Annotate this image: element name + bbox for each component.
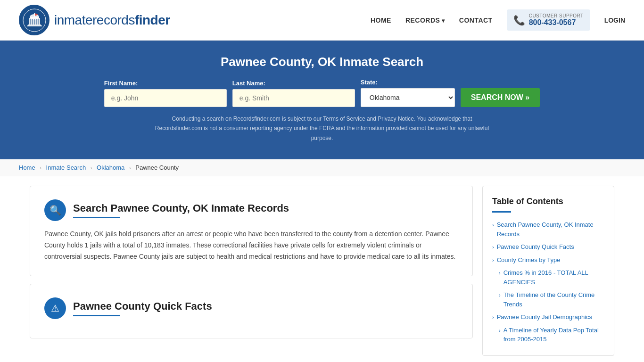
svg-rect-8 xyxy=(38,19,39,25)
toc-title: Table of Contents xyxy=(492,197,604,206)
cs-label: CUSTOMER SUPPORT xyxy=(529,13,584,18)
nav-login[interactable]: LOGIN xyxy=(604,16,625,24)
toc-chevron-icon: › xyxy=(492,256,494,264)
state-select[interactable]: AlabamaAlaskaArizonaArkansasCaliforniaCo… xyxy=(361,88,455,107)
svg-rect-10 xyxy=(27,25,42,26)
breadcrumb-state[interactable]: Oklahoma xyxy=(97,164,124,171)
breadcrumb-sep-2: › xyxy=(91,165,92,171)
hero-disclaimer: Conducting a search on Recordsfinder.com… xyxy=(152,114,492,143)
toc-item-label: The Timeline of the County Crime Trends xyxy=(504,290,604,309)
toc-list: ›Search Pawnee County, OK Inmate Records… xyxy=(492,219,604,345)
toc-chevron-icon: › xyxy=(499,269,501,277)
first-name-input[interactable] xyxy=(104,89,227,107)
toc-chevron-icon: › xyxy=(492,221,494,229)
customer-support-box: 📞 CUSTOMER SUPPORT 800-433-0567 xyxy=(507,9,590,31)
nav-records[interactable]: RECORDS xyxy=(405,16,445,24)
card1-title-underline xyxy=(73,217,120,218)
breadcrumb: Home › Inmate Search › Oklahoma › Pawnee… xyxy=(0,159,644,176)
last-name-group: Last Name: xyxy=(232,80,355,107)
svg-rect-5 xyxy=(32,19,33,25)
breadcrumb-inmate-search[interactable]: Inmate Search xyxy=(46,164,86,171)
last-name-label: Last Name: xyxy=(232,80,265,87)
breadcrumb-sep-1: › xyxy=(40,165,41,171)
hero-section: Pawnee County, OK Inmate Search First Na… xyxy=(0,41,644,159)
logo-icon xyxy=(19,5,50,35)
card1-title-block: Search Pawnee County, OK Inmate Records xyxy=(73,202,289,218)
card1-title: Search Pawnee County, OK Inmate Records xyxy=(73,202,289,214)
toc-item-label: Pawnee County Jail Demographics xyxy=(497,313,592,322)
logo-bold-text: finder xyxy=(135,13,170,27)
toc-item-label: County Crimes by Type xyxy=(497,255,561,265)
toc-item-label: Search Pawnee County, OK Inmate Records xyxy=(497,220,604,239)
state-group: State: AlabamaAlaskaArizonaArkansasCalif… xyxy=(361,79,455,107)
main-wrapper: 🔍 Search Pawnee County, OK Inmate Record… xyxy=(11,176,633,362)
card2-header: ⚠ Pawnee County Quick Facts xyxy=(44,297,458,319)
toc-item-label: Pawnee County Quick Facts xyxy=(497,242,574,252)
breadcrumb-current: Pawnee County xyxy=(135,164,179,171)
first-name-label: First Name: xyxy=(104,80,138,87)
svg-rect-6 xyxy=(34,19,35,25)
logo-area: inmaterecordsfinder xyxy=(19,5,170,35)
toc-item[interactable]: ›County Crimes by Type xyxy=(492,255,604,266)
nav-home[interactable]: HOME xyxy=(371,16,391,24)
card1-body: Pawnee County, OK jails hold prisoners a… xyxy=(44,229,458,262)
toc-item[interactable]: ›Crimes % in 2016 - TOTAL ALL AGENCIES xyxy=(492,267,604,288)
breadcrumb-sep-3: › xyxy=(129,165,131,171)
toc-card: Table of Contents ›Search Pawnee County,… xyxy=(482,186,614,356)
toc-chevron-icon: › xyxy=(499,291,501,299)
last-name-input[interactable] xyxy=(232,89,355,107)
toc-item[interactable]: ›Pawnee County Quick Facts xyxy=(492,241,604,253)
breadcrumb-home[interactable]: Home xyxy=(19,164,35,171)
hero-title: Pawnee County, OK Inmate Search xyxy=(19,55,625,69)
main-nav: HOME RECORDS CONTACT 📞 CUSTOMER SUPPORT … xyxy=(371,9,625,31)
svg-rect-4 xyxy=(30,19,31,25)
toc-item-label: A Timeline of Yearly Data Pop Total from… xyxy=(504,326,604,344)
svg-rect-11 xyxy=(34,13,35,17)
first-name-group: First Name: xyxy=(104,80,227,107)
toc-item[interactable]: ›Pawnee County Jail Demographics xyxy=(492,312,604,323)
card2-title-block: Pawnee County Quick Facts xyxy=(73,300,212,316)
toc-item[interactable]: ›A Timeline of Yearly Data Pop Total fro… xyxy=(492,325,604,345)
cs-text: CUSTOMER SUPPORT 800-433-0567 xyxy=(529,13,584,27)
sidebar: Table of Contents ›Search Pawnee County,… xyxy=(482,186,614,356)
cs-number: 800-433-0567 xyxy=(529,18,584,27)
card1-header: 🔍 Search Pawnee County, OK Inmate Record… xyxy=(44,199,458,221)
phone-icon: 📞 xyxy=(513,15,525,26)
toc-item-label: Crimes % in 2016 - TOTAL ALL AGENCIES xyxy=(504,268,604,287)
toc-chevron-icon: › xyxy=(492,313,494,321)
toc-chevron-icon: › xyxy=(492,243,494,251)
toc-item[interactable]: ›The Timeline of the County Crime Trends xyxy=(492,289,604,310)
search-button[interactable]: SEARCH NOW xyxy=(461,88,540,107)
card2-title: Pawnee County Quick Facts xyxy=(73,300,212,313)
nav-contact[interactable]: CONTACT xyxy=(459,16,493,24)
toc-item[interactable]: ›Search Pawnee County, OK Inmate Records xyxy=(492,219,604,239)
card2-title-underline xyxy=(73,315,120,316)
card-inmate-records: 🔍 Search Pawnee County, OK Inmate Record… xyxy=(30,186,473,276)
svg-rect-2 xyxy=(30,17,39,18)
logo-text: inmaterecordsfinder xyxy=(54,13,170,28)
card-quick-facts: ⚠ Pawnee County Quick Facts xyxy=(30,284,473,338)
logo-main-text: inmaterecords xyxy=(54,13,135,27)
state-label: State: xyxy=(361,79,378,86)
toc-chevron-icon: › xyxy=(499,327,501,335)
content-area: 🔍 Search Pawnee County, OK Inmate Record… xyxy=(30,186,482,356)
search-icon-circle: 🔍 xyxy=(44,199,66,221)
svg-rect-7 xyxy=(36,19,37,25)
toc-divider xyxy=(492,211,511,213)
site-header: inmaterecordsfinder HOME RECORDS CONTACT… xyxy=(0,0,644,41)
search-form: First Name: Last Name: State: AlabamaAla… xyxy=(19,79,625,107)
info-icon-circle: ⚠ xyxy=(44,297,66,319)
svg-rect-9 xyxy=(28,25,41,25)
